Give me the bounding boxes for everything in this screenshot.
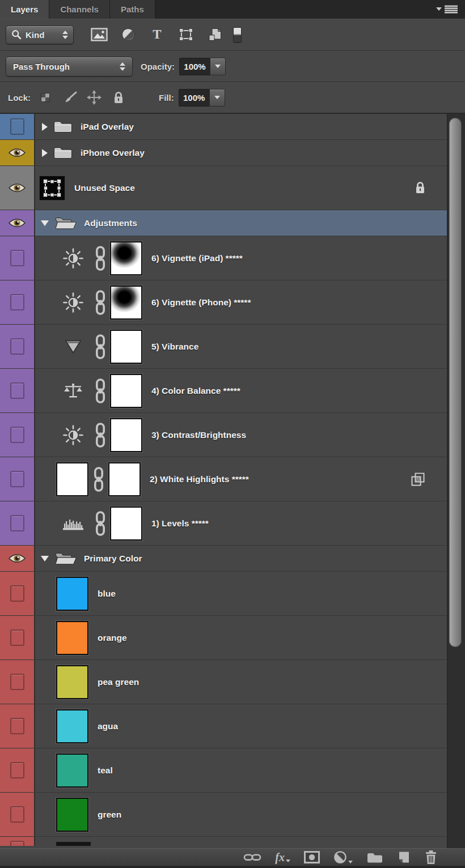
layer-mask-thumbnail[interactable] xyxy=(110,241,142,275)
filter-toggle-switch[interactable] xyxy=(233,27,242,42)
layer-row-next-layer[interactable] xyxy=(0,837,447,846)
color-swatch-thumbnail[interactable] xyxy=(56,665,88,699)
smart-object-filter-button[interactable] xyxy=(206,25,224,44)
visibility-toggle[interactable] xyxy=(0,546,35,571)
expander-open-icon[interactable] xyxy=(41,220,49,226)
color-swatch-thumbnail[interactable] xyxy=(56,754,88,788)
layer-row-1-levels[interactable]: 1) Levels ***** xyxy=(0,501,447,546)
color-swatch-thumbnail[interactable] xyxy=(56,577,88,611)
visibility-toggle[interactable] xyxy=(0,704,35,748)
layer-row-3-contrast-brightness[interactable]: 3) Contrast/Brightness xyxy=(0,413,447,457)
layer-row-content[interactable]: agua xyxy=(35,704,447,748)
visibility-toggle[interactable] xyxy=(0,280,35,324)
opacity-value[interactable]: 100% xyxy=(179,58,210,75)
layer-thumbnail[interactable] xyxy=(56,462,88,496)
layer-row-blue[interactable]: blue xyxy=(0,572,447,616)
lock-pixels-button[interactable] xyxy=(62,90,77,105)
layer-row-pea-green[interactable]: pea green xyxy=(0,660,447,704)
lock-transparency-button[interactable] xyxy=(38,90,53,105)
fill-value[interactable]: 100% xyxy=(179,89,209,107)
add-adjustment-layer-button[interactable] xyxy=(333,850,353,864)
blend-mode-dropdown[interactable]: Pass Through xyxy=(6,57,133,76)
layer-row-6-vignette-ipad[interactable]: 6) Vignette (iPad) ***** xyxy=(0,236,447,280)
layer-row-green[interactable]: green xyxy=(0,793,447,837)
visibility-toggle[interactable] xyxy=(0,793,35,836)
layer-row-5-vibrance[interactable]: 5) Vibrance xyxy=(0,325,447,369)
visibility-toggle[interactable] xyxy=(0,166,35,210)
fill-dropdown-button[interactable] xyxy=(209,89,225,107)
visibility-toggle[interactable] xyxy=(0,210,35,236)
layer-row-content[interactable]: 1) Levels ***** xyxy=(35,501,447,545)
visibility-toggle[interactable] xyxy=(0,140,35,165)
layer-row-content[interactable]: 2) White Highlights ***** xyxy=(35,457,447,501)
visibility-toggle[interactable] xyxy=(0,325,35,368)
visibility-toggle[interactable] xyxy=(0,114,35,139)
lock-position-button[interactable] xyxy=(87,90,102,105)
tab-paths[interactable]: Paths xyxy=(110,0,155,19)
layer-row-teal[interactable]: teal xyxy=(0,748,447,793)
layer-row-content[interactable]: Adjustments xyxy=(35,210,447,236)
visibility-toggle[interactable] xyxy=(0,457,35,501)
layer-row-ipad-overlay[interactable]: iPad Overlay xyxy=(0,114,447,140)
layer-row-content[interactable]: Unused Space xyxy=(35,166,447,210)
visibility-toggle[interactable] xyxy=(0,236,35,280)
visibility-toggle[interactable] xyxy=(0,413,35,457)
scrollbar-track[interactable] xyxy=(447,114,465,848)
vector-frame-thumbnail[interactable] xyxy=(39,176,65,201)
layer-row-content[interactable]: Primary Color xyxy=(35,546,447,571)
new-group-button[interactable] xyxy=(366,851,383,863)
layer-mask-thumbnail[interactable] xyxy=(110,286,142,320)
visibility-toggle[interactable] xyxy=(0,837,35,846)
layer-row-primary-color[interactable]: Primary Color xyxy=(0,546,447,572)
delete-layer-button[interactable] xyxy=(424,850,438,865)
shape-layer-filter-button[interactable] xyxy=(177,25,195,44)
tab-channels[interactable]: Channels xyxy=(49,0,110,19)
opacity-dropdown-button[interactable] xyxy=(210,58,226,75)
pixel-layer-filter-button[interactable] xyxy=(90,25,108,44)
link-layers-button[interactable] xyxy=(243,853,261,862)
visibility-toggle[interactable] xyxy=(0,369,35,412)
layer-row-content[interactable]: 4) Color Balance ***** xyxy=(35,369,447,412)
scrollbar-thumb[interactable] xyxy=(449,118,462,647)
visibility-toggle[interactable] xyxy=(0,748,35,792)
tab-layers[interactable]: Layers xyxy=(0,0,49,19)
layer-row-adjustments[interactable]: Adjustments xyxy=(0,210,447,236)
layer-row-content[interactable]: 6) Vignette (iPad) ***** xyxy=(35,236,447,280)
layer-row-4-color-balance[interactable]: 4) Color Balance ***** xyxy=(0,369,447,413)
lock-all-button[interactable] xyxy=(111,90,126,105)
layer-mask-thumbnail[interactable] xyxy=(110,418,142,452)
layer-row-content[interactable]: 3) Contrast/Brightness xyxy=(35,413,447,457)
layer-row-content[interactable]: pea green xyxy=(35,660,447,704)
panel-menu-button[interactable] xyxy=(436,5,458,16)
layer-row-content[interactable]: 5) Vibrance xyxy=(35,325,447,368)
layer-row-content[interactable]: blue xyxy=(35,572,447,615)
visibility-toggle[interactable] xyxy=(0,572,35,615)
layer-row-content[interactable]: 6) Vignette (Phone) ***** xyxy=(35,280,447,324)
layer-row-content[interactable]: teal xyxy=(35,748,447,792)
visibility-toggle[interactable] xyxy=(0,501,35,545)
layer-row-content[interactable]: iPhone Overlay xyxy=(35,140,447,165)
layer-row-orange[interactable]: orange xyxy=(0,616,447,660)
layer-row-content[interactable]: green xyxy=(35,793,447,836)
visibility-toggle[interactable] xyxy=(0,660,35,704)
layer-mask-thumbnail[interactable] xyxy=(108,462,141,496)
layer-row-content[interactable] xyxy=(35,837,447,846)
expander-closed-icon[interactable] xyxy=(42,123,48,131)
layer-mask-thumbnail[interactable] xyxy=(110,330,142,364)
color-swatch-thumbnail[interactable] xyxy=(56,798,88,832)
color-swatch-thumbnail[interactable] xyxy=(56,621,88,655)
layer-row-content[interactable]: iPad Overlay xyxy=(35,114,447,139)
expander-open-icon[interactable] xyxy=(41,556,49,561)
layer-row-6-vignette-phone[interactable]: 6) Vignette (Phone) ***** xyxy=(0,280,447,325)
filter-kind-dropdown[interactable]: Kind xyxy=(6,25,74,44)
layer-mask-thumbnail[interactable] xyxy=(110,507,142,541)
new-layer-button[interactable] xyxy=(397,850,411,864)
adjustment-layer-filter-button[interactable] xyxy=(119,25,137,44)
layer-row-agua[interactable]: agua xyxy=(0,704,447,748)
add-layer-mask-button[interactable] xyxy=(304,851,320,863)
layer-mask-thumbnail[interactable] xyxy=(110,374,142,408)
layer-row-unused-space[interactable]: Unused Space xyxy=(0,166,447,210)
layer-row-content[interactable]: orange xyxy=(35,616,447,659)
layer-styles-button[interactable]: fx xyxy=(275,852,290,863)
visibility-toggle[interactable] xyxy=(0,616,35,659)
